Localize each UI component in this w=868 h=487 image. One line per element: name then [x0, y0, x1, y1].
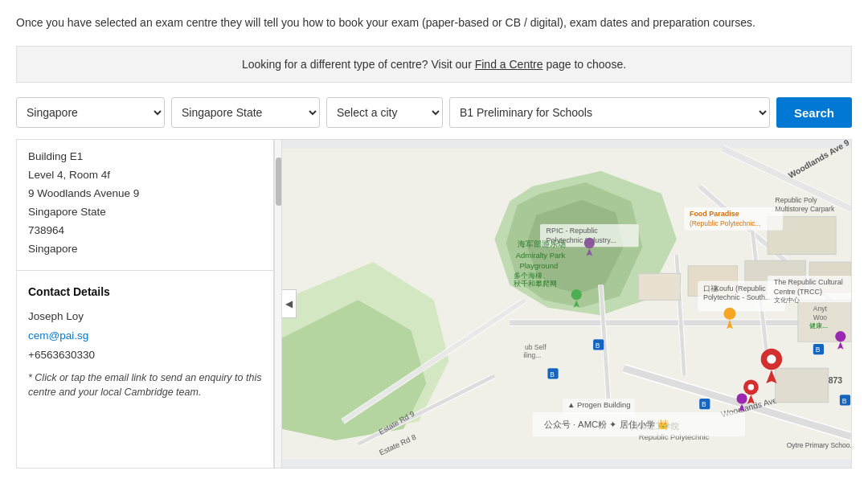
- address-building: Building E1: [28, 148, 262, 166]
- svg-text:Admiralty Park: Admiralty Park: [516, 251, 566, 260]
- map-svg: Woodlands Ave 9 Estate Rd 8: [282, 140, 851, 468]
- map-area[interactable]: ◀: [282, 140, 851, 468]
- svg-text:Polytechnic - South...: Polytechnic - South...: [703, 293, 772, 301]
- filter-row: Singapore Singapore State Select a city …: [16, 97, 852, 128]
- svg-point-82: [835, 331, 845, 342]
- left-panel-wrapper: Building E1 Level 4, Room 4f 9 Woodlands…: [17, 140, 282, 468]
- svg-text:▲ Progen Building: ▲ Progen Building: [567, 400, 631, 409]
- svg-text:Woo: Woo: [813, 313, 828, 321]
- find-a-centre-link[interactable]: Find a Centre: [475, 58, 543, 71]
- svg-text:Anyt: Anyt: [813, 305, 828, 313]
- contact-section: Contact Details Joseph Loy cem@pai.sg +6…: [17, 271, 273, 412]
- svg-point-91: [748, 384, 755, 391]
- svg-text:B: B: [842, 397, 847, 405]
- svg-text:海军部游乐场: 海军部游乐场: [518, 239, 566, 248]
- intro-text: Once you have selected an exam centre th…: [16, 14, 852, 31]
- svg-text:公众号 · AMC粉 ✦ 居住小学 👑: 公众号 · AMC粉 ✦ 居住小学 👑: [544, 419, 669, 430]
- svg-point-78: [723, 308, 735, 320]
- contact-name: Joseph Loy: [28, 307, 262, 326]
- exam-select[interactable]: B1 Preliminary for Schools: [449, 97, 770, 128]
- address-state: Singapore State: [28, 203, 262, 222]
- contact-phone: +6563630330: [28, 346, 262, 365]
- svg-text:文化中心: 文化中心: [774, 296, 800, 304]
- svg-text:The Republic Cultural: The Republic Cultural: [774, 278, 843, 286]
- svg-text:B: B: [550, 370, 555, 379]
- map-collapse-button[interactable]: ◀: [282, 289, 297, 318]
- svg-text:B: B: [702, 400, 706, 408]
- address-country: Singapore: [28, 240, 262, 259]
- svg-text:Oytre Primary Schoo...: Oytre Primary Schoo...: [787, 441, 851, 449]
- address-street: 9 Woodlands Avenue 9: [28, 185, 262, 203]
- svg-point-88: [767, 354, 776, 363]
- svg-point-80: [571, 289, 582, 300]
- contact-email-link[interactable]: cem@pai.sg: [28, 329, 88, 342]
- svg-point-76: [584, 238, 595, 248]
- svg-text:B: B: [816, 346, 821, 354]
- svg-text:Republic Poly: Republic Poly: [776, 196, 818, 204]
- svg-text:秋千和攀爬网: 秋千和攀爬网: [514, 280, 557, 288]
- svg-text:Centre (TRCC): Centre (TRCC): [774, 288, 822, 296]
- banner-text-after: page to choose.: [543, 58, 627, 71]
- svg-text:(Republic Polytechnic...: (Republic Polytechnic...: [690, 219, 761, 227]
- search-button[interactable]: Search: [776, 97, 852, 128]
- city-select[interactable]: Select a city: [326, 97, 443, 128]
- state-select[interactable]: Singapore State: [171, 97, 320, 128]
- country-select[interactable]: Singapore: [16, 97, 165, 128]
- svg-text:Food Paradise: Food Paradise: [690, 210, 739, 218]
- address-postal: 738964: [28, 222, 262, 240]
- svg-text:健康...: 健康...: [809, 321, 828, 329]
- contact-note: * Click or tap the email link to send an…: [28, 370, 262, 401]
- left-panel: Building E1 Level 4, Room 4f 9 Woodlands…: [17, 140, 274, 468]
- svg-rect-27: [639, 273, 681, 300]
- svg-text:ub Self: ub Self: [525, 343, 547, 351]
- svg-text:RPIC - Republic: RPIC - Republic: [547, 227, 599, 235]
- scrollbar-thumb[interactable]: [276, 158, 282, 206]
- svg-text:Playground: Playground: [519, 261, 558, 270]
- svg-point-84: [736, 393, 747, 403]
- banner-text-before: Looking for a different type of centre? …: [242, 58, 475, 71]
- svg-text:873: 873: [829, 376, 843, 385]
- svg-text:iling...: iling...: [523, 351, 541, 359]
- address-level: Level 4, Room 4f: [28, 166, 262, 185]
- svg-text:多个海橡、: 多个海橡、: [514, 272, 550, 280]
- svg-text:Multistorey Carpark: Multistorey Carpark: [776, 205, 835, 213]
- svg-text:B: B: [596, 342, 600, 350]
- find-centre-banner: Looking for a different type of centre? …: [16, 46, 852, 83]
- contact-heading: Contact Details: [28, 282, 262, 302]
- scrollbar[interactable]: [274, 140, 282, 468]
- content-area: Building E1 Level 4, Room 4f 9 Woodlands…: [16, 139, 852, 469]
- svg-text:Koufu (Republic: Koufu (Republic: [714, 284, 766, 293]
- address-section: Building E1 Level 4, Room 4f 9 Woodlands…: [17, 140, 273, 271]
- svg-rect-33: [776, 368, 829, 402]
